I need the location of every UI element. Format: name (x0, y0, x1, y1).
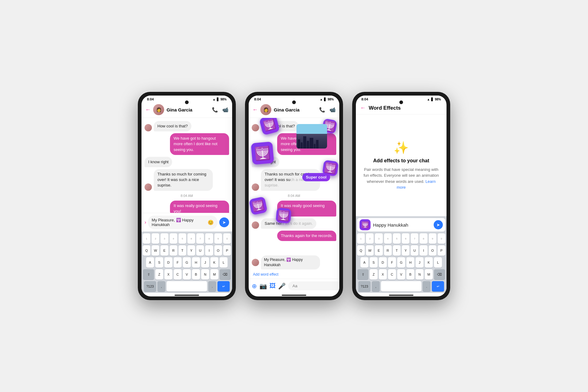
kb-key[interactable]: 2 (366, 233, 374, 244)
kb-key[interactable]: 9 (429, 233, 436, 244)
kb-key-j3[interactable]: J (416, 257, 424, 268)
kb-key-k3[interactable]: K (425, 257, 433, 268)
photo-icon-2[interactable]: 🖼 (270, 282, 276, 289)
kb-delete-key[interactable]: ⌫ (220, 269, 231, 280)
back-button-2[interactable]: ← (252, 107, 258, 113)
kb-key-t[interactable]: T (179, 245, 186, 256)
kb-key-t3[interactable]: T (393, 245, 401, 256)
kb-key-l3[interactable]: L (434, 257, 442, 268)
kb-comma-key[interactable]: , (157, 281, 165, 292)
kb-key-a3[interactable]: A (360, 257, 368, 268)
kb-key-b[interactable]: B (192, 269, 200, 280)
kb-key-z[interactable]: Z (155, 269, 163, 280)
kb-key-g3[interactable]: G (397, 257, 405, 268)
kb-key[interactable]: 2 (152, 233, 159, 244)
kb-key-n3[interactable]: N (416, 269, 424, 280)
kb-comma-key-3[interactable]: , (372, 281, 380, 292)
kb-key-x3[interactable]: X (379, 269, 387, 280)
kb-period-key-3[interactable]: . (423, 281, 431, 292)
kb-key-e3[interactable]: E (375, 245, 383, 256)
kb-key-r3[interactable]: R (384, 245, 392, 256)
kb-key[interactable]: 3 (375, 233, 383, 244)
kb-key[interactable]: 1 (357, 233, 365, 244)
kb-key-k[interactable]: K (210, 257, 218, 268)
kb-key-p3[interactable]: P (438, 245, 445, 256)
kb-key-d3[interactable]: D (379, 257, 387, 268)
kb-key[interactable]: 0 (223, 233, 231, 244)
kb-key-b3[interactable]: B (406, 269, 414, 280)
kb-key-h3[interactable]: H (406, 257, 414, 268)
learn-more-link[interactable]: Learn more (397, 179, 435, 190)
kb-num-key-3[interactable]: ?123 (358, 281, 371, 292)
emoji-button-1[interactable]: 😊 (208, 220, 214, 225)
kb-key-e[interactable]: E (160, 245, 168, 256)
kb-key-o3[interactable]: O (429, 245, 436, 256)
kb-key[interactable]: 0 (438, 233, 445, 244)
video-icon-2[interactable]: 📹 (330, 107, 336, 113)
kb-key-i[interactable]: I (205, 245, 213, 256)
phone-icon-2[interactable]: 📞 (319, 107, 325, 113)
kb-key-c[interactable]: C (174, 269, 182, 280)
message-input-2[interactable] (288, 281, 339, 290)
kb-key-j[interactable]: J (201, 257, 209, 268)
word-effects-input[interactable] (373, 222, 431, 228)
camera-icon-2[interactable]: 📷 (259, 282, 267, 290)
kb-key-r[interactable]: R (170, 245, 177, 256)
kb-key-y3[interactable]: Y (402, 245, 409, 256)
kb-key[interactable]: 6 (402, 233, 409, 244)
mic-icon-2[interactable]: 🎤 (278, 282, 286, 290)
video-icon-1[interactable]: 📹 (222, 107, 228, 113)
kb-return-key-3[interactable]: ↵ (432, 281, 444, 292)
kb-key-s3[interactable]: S (370, 257, 378, 268)
kb-key[interactable]: 4 (170, 233, 177, 244)
kb-key-v3[interactable]: V (397, 269, 405, 280)
word-effects-send-button[interactable]: ➤ (434, 220, 443, 229)
kb-key[interactable]: 8 (205, 233, 213, 244)
kb-key-u3[interactable]: U (411, 245, 418, 256)
kb-key[interactable]: 5 (179, 233, 186, 244)
kb-key-h[interactable]: H (192, 257, 200, 268)
kb-delete-key-3[interactable]: ⌫ (434, 269, 445, 280)
message-input-1[interactable]: My Pleasure, 🕎 Happy Hanukkah 😊 (148, 216, 217, 229)
kb-key-l[interactable]: L (220, 257, 228, 268)
kb-key-f[interactable]: F (174, 257, 182, 268)
kb-key-x[interactable]: X (164, 269, 172, 280)
kb-key-p[interactable]: P (223, 245, 231, 256)
kb-key-d[interactable]: D (164, 257, 172, 268)
kb-key[interactable]: 7 (196, 233, 204, 244)
kb-key[interactable]: 3 (160, 233, 168, 244)
plus-icon-2[interactable]: ⊕ (252, 282, 257, 290)
kb-return-key[interactable]: ↵ (217, 281, 230, 292)
kb-key[interactable]: 4 (384, 233, 392, 244)
kb-key-g[interactable]: G (183, 257, 191, 268)
phone-icon-1[interactable]: 📞 (212, 107, 218, 113)
kb-key[interactable]: 8 (420, 233, 427, 244)
kb-key[interactable]: 6 (187, 233, 195, 244)
kb-shift-key[interactable]: ⇧ (143, 269, 154, 280)
kb-shift-key-3[interactable]: ⇧ (357, 269, 368, 280)
kb-key-n[interactable]: N (201, 269, 209, 280)
kb-key-c3[interactable]: C (388, 269, 396, 280)
kb-key-v[interactable]: V (183, 269, 191, 280)
kb-key-a[interactable]: A (146, 257, 154, 268)
kb-key-u[interactable]: U (196, 245, 204, 256)
kb-key-z3[interactable]: Z (370, 269, 378, 280)
kb-key-f3[interactable]: F (388, 257, 396, 268)
back-button-3[interactable]: ← (360, 105, 366, 111)
kb-key-q3[interactable]: Q (357, 245, 365, 256)
kb-key[interactable]: 5 (393, 233, 401, 244)
kb-period-key[interactable]: . (208, 281, 216, 292)
kb-num-key[interactable]: ?123 (144, 281, 156, 292)
word-effects-input-row[interactable]: 🕎 ➤ (357, 218, 445, 232)
kb-key-i3[interactable]: I (420, 245, 427, 256)
kb-key-w[interactable]: W (152, 245, 159, 256)
kb-key-q[interactable]: Q (143, 245, 150, 256)
send-button-1[interactable]: ➤ (219, 217, 229, 227)
kb-space-key-3[interactable] (381, 281, 421, 292)
kb-key-m3[interactable]: M (425, 269, 433, 280)
kb-space-key[interactable] (167, 281, 207, 292)
kb-key-m[interactable]: M (210, 269, 218, 280)
kb-key-w3[interactable]: W (366, 245, 374, 256)
kb-key-y[interactable]: Y (187, 245, 195, 256)
kb-key[interactable]: 9 (214, 233, 222, 244)
